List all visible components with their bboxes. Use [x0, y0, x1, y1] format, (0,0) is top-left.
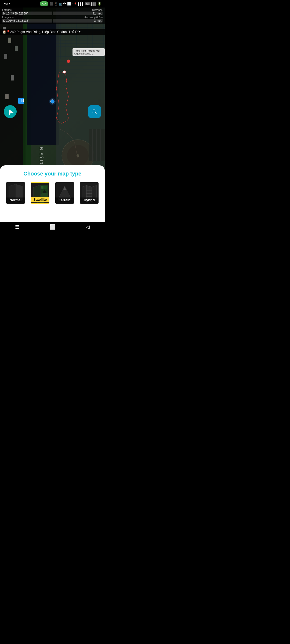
svg-point-0: [44, 5, 45, 6]
map-type-satellite[interactable]: Satellite: [29, 182, 52, 204]
svg-line-65: [95, 112, 97, 114]
notification-icons: ⬛ 📱 📺 🗺 📊 •: [49, 2, 73, 6]
location-icon: 📍: [74, 2, 77, 5]
navigation-button[interactable]: [4, 105, 17, 118]
nav-bar: ☰ ⬜ ◁: [0, 222, 105, 232]
svg-rect-48: [8, 38, 11, 43]
svg-rect-50: [11, 75, 14, 80]
svg-rect-3: [27, 21, 59, 145]
map-type-normal[interactable]: Normal: [4, 182, 27, 204]
info-bar: Latitude N 10°49'39.52668" Distance 91 m…: [0, 8, 105, 24]
accuracy-label: Accuracy(68%): [53, 16, 103, 19]
map-svg: B Đ. Số 10: [0, 0, 105, 177]
latitude-value: N 10°49'39.52668": [2, 12, 52, 15]
address-text: 🏠📍240 Phạm Văn Đồng, Hiệp Bình Chánh, Th…: [2, 30, 82, 34]
svg-rect-73: [41, 186, 44, 189]
distance-value: 91 met: [53, 12, 103, 15]
svg-rect-51: [5, 94, 9, 99]
signal-icon: ▌▌▌: [78, 2, 84, 5]
signal-icon2: ▌▌▌: [91, 2, 96, 5]
status-icons: ⬛ 📱 📺 🗺 📊 • 📍 ▌▌▌ 4G ▌▌▌ 🔋: [40, 1, 102, 6]
svg-text:Đ. Số 10: Đ. Số 10: [39, 147, 44, 164]
svg-point-57: [63, 71, 66, 73]
back-button[interactable]: ◁: [86, 224, 90, 230]
wifi-icon: [40, 1, 48, 6]
normal-label: Normal: [6, 197, 25, 203]
hybrid-label: Hybrid: [80, 197, 99, 203]
zoom-button[interactable]: [88, 105, 101, 118]
address-bar: 🏠📍240 Phạm Văn Đồng, Hiệp Bình Chánh, Th…: [0, 29, 105, 35]
hybrid-icon-wrap: Hybrid: [80, 182, 99, 204]
panel-title: Choose your map type: [4, 171, 100, 177]
longitude-label: Longitude: [2, 16, 52, 19]
status-time: 7:37: [3, 2, 10, 6]
menu-button[interactable]: ☰: [15, 224, 19, 230]
latitude-label: Latitude: [2, 9, 52, 12]
svg-point-60: [67, 60, 70, 63]
poi-label: Trung Tâm Thương Mại Gigamall/Sense C: [73, 48, 105, 56]
home-button[interactable]: ⬜: [50, 224, 56, 230]
svg-point-59: [50, 100, 54, 103]
map-types-grid: Normal Satellite: [4, 182, 100, 204]
svg-rect-1: [0, 0, 26, 177]
poi-name: Trung Tâm Thương Mại Gigamall/Sense C: [74, 49, 100, 55]
svg-rect-49: [4, 54, 7, 59]
network-badge: 4G: [85, 2, 90, 5]
terrain-label: Terrain: [55, 197, 74, 203]
terrain-icon-wrap: Terrain: [55, 182, 74, 204]
map-area[interactable]: B Đ. Số 10 Latitude N 10°49'39.52668" Di…: [0, 0, 105, 177]
status-bar: 7:37 ⬛ 📱 📺 🗺 📊 • 📍 ▌▌▌ 4G ▌▌▌ 🔋: [0, 0, 105, 8]
normal-icon-wrap: Normal: [6, 182, 25, 204]
map-type-terrain[interactable]: Terrain: [53, 182, 76, 204]
map-type-hybrid[interactable]: Hybrid: [78, 182, 101, 204]
distance-label: Distance: [53, 9, 103, 12]
accuracy-value: 3 met: [53, 19, 103, 23]
svg-text:B: B: [21, 98, 24, 103]
bottom-panel: Choose your map type Normal: [0, 165, 105, 222]
satellite-label: Satellite: [31, 197, 49, 202]
battery-icon: 🔋: [97, 2, 102, 6]
svg-rect-52: [15, 46, 18, 51]
satellite-icon-wrap: Satellite: [31, 182, 49, 204]
longitude-value: E 106°43'16.13136": [2, 19, 52, 23]
svg-rect-74: [44, 186, 47, 189]
